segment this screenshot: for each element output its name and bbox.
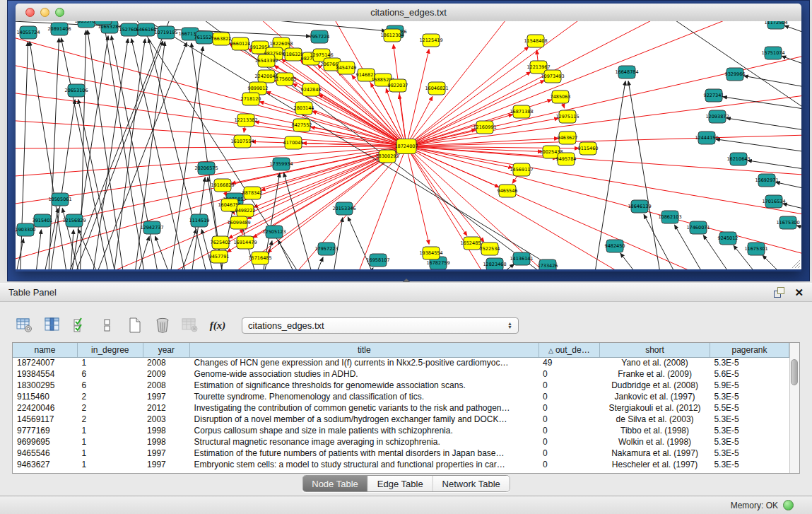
table-cell[interactable]: 5.3E-5 [710, 414, 789, 425]
graph-node[interactable]: 9482450 [605, 240, 625, 252]
table-cell[interactable]: Embryonic stem cells: a model to study s… [190, 459, 539, 470]
graph-node[interactable]: 16543392 [254, 54, 278, 67]
table-row[interactable]: 1456911722003Disruption of a novel membe… [13, 414, 789, 425]
table-cell[interactable]: 5.3E-5 [710, 425, 789, 436]
table-row[interactable]: 2242004622012Investigating the contribut… [13, 402, 789, 414]
network-window[interactable]: citations_edges.txt 14055724208914061605… [16, 4, 801, 271]
table-cell[interactable]: 14569117 [13, 414, 78, 425]
table-cell[interactable]: 5.6E-5 [710, 368, 789, 380]
graph-node[interactable]: 20653106 [64, 84, 88, 97]
table-cell[interactable]: 2 [78, 391, 143, 402]
graph-node[interactable]: 12160991 [473, 121, 496, 134]
table-cell[interactable]: 9777169 [13, 425, 78, 436]
graph-node[interactable]: 9242848 [301, 83, 322, 96]
table-cell[interactable]: Tourette syndrome. Phenomenology and cla… [190, 391, 539, 402]
table-cell[interactable]: 0 [539, 391, 600, 402]
graph-node[interactable]: 18300295 [375, 150, 399, 163]
table-cell[interactable]: 5.3E-5 [710, 391, 789, 402]
table-cell[interactable]: 1 [78, 436, 143, 448]
graph-node[interactable]: 1114519 [189, 214, 210, 227]
column-header-in_degree[interactable]: in_degree [78, 343, 143, 357]
graph-node[interactable]: 11172504 [764, 21, 787, 29]
graph-node[interactable]: 16648784 [615, 66, 638, 78]
graph-node[interactable]: 7663822 [211, 33, 232, 45]
table-cell[interactable]: 1997 [143, 459, 190, 470]
graph-node[interactable]: 12505123 [262, 226, 286, 238]
stacked-squares-icon[interactable] [98, 316, 117, 334]
table-cell[interactable]: 5.9E-5 [710, 380, 789, 391]
graph-node[interactable]: 9245012 [718, 232, 739, 245]
table-row[interactable]: 977716911998Corpus callosum shape and si… [13, 425, 789, 436]
graph-node[interactable]: 16107554 [230, 135, 254, 148]
table-settings-icon[interactable] [16, 316, 34, 334]
table-cell[interactable]: 6 [78, 380, 143, 391]
graph-node[interactable]: 12823468 [483, 258, 506, 269]
table-cell[interactable]: 9699695 [13, 436, 78, 448]
canvas-resize-grip[interactable] [791, 259, 800, 268]
table-scrollbar-thumb[interactable] [791, 359, 798, 385]
table-cell[interactable]: 22420046 [13, 402, 78, 414]
table-cell[interactable]: Stergiakouli et al. (2012) [600, 402, 710, 414]
table-cell[interactable]: 49 [539, 357, 600, 368]
table-cell[interactable]: 0 [539, 448, 600, 459]
graph-node[interactable]: 20891406 [47, 23, 71, 35]
graph-node[interactable]: 9457791 [209, 250, 230, 263]
table-cell[interactable]: 2003 [143, 414, 190, 425]
table-cell[interactable]: 2009 [143, 368, 190, 380]
table-cell[interactable]: Jankovic et al. (1997) [600, 391, 710, 402]
graph-node[interactable]: 9498222 [235, 204, 256, 217]
table-cell[interactable]: 6 [78, 368, 143, 380]
table-cell[interactable]: 0 [539, 380, 600, 391]
graph-node[interactable]: 15692971 [755, 174, 778, 187]
float-panel-icon[interactable] [774, 287, 784, 298]
graph-node[interactable]: 19166829 [211, 179, 234, 192]
graph-node[interactable]: 7485063 [551, 90, 571, 103]
table-row[interactable]: 946362711997Embryonic stem cells: a mode… [13, 459, 789, 470]
column-header-short[interactable]: short [600, 343, 710, 357]
table-cell[interactable]: Franke et al. (2009) [600, 368, 710, 380]
graph-node[interactable]: 12975115 [555, 110, 579, 123]
table-cell[interactable]: de Silva et al. (2003) [600, 414, 710, 425]
table-cell[interactable]: 5.5E-5 [710, 402, 789, 414]
new-file-icon[interactable] [126, 316, 144, 334]
table-cell[interactable]: Wolkin et al. (1998) [600, 436, 710, 448]
graph-node[interactable]: 17016534 [762, 195, 785, 208]
column-header-title[interactable]: title [190, 343, 539, 357]
table-cell[interactable]: 0 [539, 459, 600, 470]
graph-node[interactable]: 11548408 [524, 35, 547, 47]
graph-node[interactable]: 8427552 [292, 119, 312, 132]
table-cell[interactable]: 2012 [143, 402, 190, 414]
table-row[interactable]: 911546021997Tourette syndrome. Phenomeno… [13, 391, 789, 402]
table-cell[interactable]: Hescheler et al. (1997) [600, 459, 710, 470]
table-cell[interactable]: 1998 [143, 436, 190, 448]
column-checklist-icon[interactable] [71, 316, 89, 334]
split-divider-grip[interactable] [403, 279, 410, 282]
graph-node[interactable]: 2718120 [241, 93, 261, 105]
table-scrollbar[interactable] [789, 343, 799, 473]
table-cell[interactable]: 2 [78, 414, 143, 425]
graph-node[interactable]: 20206575 [194, 162, 218, 175]
table-cell[interactable]: Changes of HCN gene expression and I(f) … [190, 357, 539, 368]
graph-node[interactable]: 1733426 [538, 259, 558, 269]
delete-table-disabled-icon[interactable] [181, 316, 199, 334]
graph-node[interactable]: 16958107 [366, 254, 389, 267]
graph-node[interactable]: 2522534 [480, 243, 500, 255]
table-cell[interactable]: 0 [539, 436, 600, 448]
table-cell[interactable]: 1 [78, 357, 143, 368]
table-cell[interactable]: 18724007 [13, 357, 78, 368]
memory-ok-icon[interactable] [783, 500, 794, 510]
graph-node[interactable]: 12125419 [419, 34, 442, 47]
network-window-titlebar[interactable]: citations_edges.txt [16, 4, 801, 22]
table-cell[interactable]: 1 [78, 425, 143, 436]
graph-node[interactable]: 18724007 [394, 139, 418, 154]
graph-node[interactable]: 9822037 [388, 79, 408, 92]
table-cell[interactable]: 19384554 [13, 368, 78, 380]
table-row[interactable]: 969969511998Structural magnetic resonanc… [13, 436, 789, 448]
graph-node[interactable]: 10719195 [154, 26, 177, 39]
table-cell[interactable]: Structural magnetic resonance image aver… [190, 436, 539, 448]
table-row[interactable]: 1872400712008Changes of HCN gene express… [13, 357, 789, 368]
zoom-window-icon[interactable] [55, 8, 64, 17]
table-cell[interactable]: Corpus callosum shape and size in male p… [190, 425, 539, 436]
graph-node[interactable]: 12213382 [234, 114, 257, 127]
table-cell[interactable]: 2008 [143, 357, 190, 368]
